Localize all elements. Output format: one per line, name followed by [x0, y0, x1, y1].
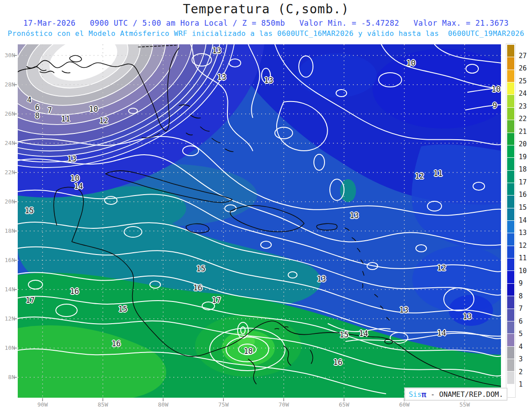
contour-value-label: 10 — [407, 59, 415, 67]
colorbar-segment — [507, 321, 514, 333]
colorbar-tick-label: 7 — [519, 305, 523, 313]
lat-axis-label: 20N — [2, 198, 15, 205]
watermark-brand: Sis — [409, 390, 422, 399]
colorbar-tick-label: 12 — [519, 242, 527, 250]
colorbar-tick-label: 22 — [519, 115, 527, 123]
lon-axis-label: 85W — [94, 401, 112, 408]
colorbar-segment — [507, 70, 514, 82]
colorbar-tick-label: 4 — [519, 343, 523, 351]
watermark-org: - ONAMET/REP.DOM. — [426, 390, 503, 399]
contour-value-label: 10 — [492, 85, 501, 94]
colorbar-tick-label: 9 — [519, 279, 523, 287]
colorbar-segment — [507, 133, 514, 145]
contour-value-label: 9 — [493, 101, 497, 110]
pi-symbol: π — [422, 390, 426, 399]
lon-axis-label: 80W — [154, 401, 172, 408]
lat-axis-label: 26N — [2, 110, 15, 117]
colorbar-segment — [507, 246, 514, 258]
colorbar-tick-label: 20 — [519, 140, 527, 148]
colorbar-segment — [507, 221, 514, 233]
lat-axis-label: 12N — [2, 315, 15, 322]
temperature-colorbar — [506, 43, 516, 398]
colorbar-segment — [507, 296, 514, 308]
weather-map-canvas — [0, 0, 532, 411]
colorbar-tick-label: 23 — [519, 102, 527, 110]
colorbar-tick-label: 14 — [519, 216, 527, 224]
colorbar-tick-label: 1 — [519, 380, 523, 388]
colorbar-segment — [507, 82, 514, 94]
colorbar-tick-label: 8 — [519, 292, 523, 300]
colorbar-segment — [507, 45, 514, 57]
contour-value-label: 16 — [333, 358, 342, 367]
colorbar-tick-label: 10 — [519, 267, 527, 275]
lat-axis-label: 8N — [2, 374, 15, 380]
contour-value-label: 11 — [434, 169, 442, 178]
contour-value-label: 13 — [399, 305, 408, 314]
contour-value-label: 13 — [350, 211, 359, 220]
contour-value-label: 15 — [25, 206, 34, 215]
colorbar-segment — [507, 120, 514, 132]
lon-axis-label: 90W — [34, 401, 51, 408]
colorbar-tick-label: 27 — [519, 52, 527, 60]
colorbar-tick-label: 3 — [519, 355, 523, 363]
contour-value-label: 10 — [70, 174, 79, 183]
colorbar-tick-label: 26 — [519, 64, 527, 72]
lat-axis-label: 16N — [2, 257, 15, 263]
lon-axis-label: 75W — [215, 401, 232, 408]
contour-value-label: 14 — [74, 182, 83, 191]
contour-value-label: 6 — [35, 103, 39, 112]
colorbar-segment — [507, 183, 514, 195]
contour-value-label: 15 — [118, 305, 127, 313]
lat-axis-label: 14N — [2, 286, 15, 293]
contour-value-label: 13 — [264, 76, 273, 85]
contour-value-label: 18 — [244, 347, 253, 356]
colorbar-segment — [507, 271, 514, 283]
colorbar-segment — [507, 57, 514, 69]
colorbar-tick-label: 5 — [519, 330, 523, 338]
colorbar-tick-label: 19 — [519, 153, 527, 161]
weather-map-page: Temperatura (C,somb.) 17-Mar-2026 0900 U… — [0, 0, 532, 411]
lon-axis-label: 70W — [275, 401, 293, 408]
contour-value-label: 16 — [70, 287, 79, 296]
contour-value-label: 17 — [26, 296, 35, 305]
contour-value-label: 4 — [27, 95, 31, 104]
lat-axis-label: 30N — [2, 52, 15, 59]
colorbar-segment — [507, 108, 514, 120]
contour-value-label: 13 — [67, 154, 76, 163]
colorbar-tick-label: 15 — [519, 204, 527, 211]
contour-value-label: 13 — [463, 312, 472, 321]
colorbar-segment — [507, 145, 514, 157]
colorbar-segment — [507, 158, 514, 170]
contour-value-label: 12 — [99, 116, 108, 125]
contour-value-label: 12 — [415, 172, 424, 180]
colorbar-tick-label: 11 — [519, 254, 527, 262]
colorbar-tick-label: 18 — [519, 165, 527, 173]
lat-axis-label: 24N — [2, 140, 15, 146]
lat-axis-label: 18N — [2, 227, 15, 234]
contour-value-label: 12 — [437, 263, 446, 272]
colorbar-segment — [507, 347, 514, 359]
colorbar-tick-label: 6 — [519, 317, 523, 325]
colorbar-tick-label: 13 — [519, 229, 527, 237]
colorbar-tick-label: 17 — [519, 178, 527, 186]
contour-value-label: 7 — [47, 106, 52, 115]
contour-value-label: 13 — [212, 46, 221, 55]
contour-value-label: 8 — [35, 111, 39, 120]
contour-value-label: 13 — [217, 73, 226, 82]
contour-value-label: 10 — [89, 105, 98, 114]
colorbar-segment — [507, 208, 514, 220]
colorbar-segment — [507, 309, 514, 321]
contour-value-label: 17 — [212, 296, 221, 305]
contour-value-label: 14 — [437, 329, 446, 337]
colorbar-segment — [507, 258, 514, 270]
colorbar-segment — [507, 196, 514, 207]
watermark-badge: Sisπ - ONAMET/REP.DOM. — [405, 388, 507, 400]
colorbar-tick-label: 21 — [519, 128, 527, 136]
colorbar-segment — [507, 95, 514, 107]
contour-value-label: 15 — [340, 330, 348, 339]
colorbar-segment — [507, 384, 514, 396]
contour-value-label: 13 — [317, 274, 326, 283]
contour-value-label: 16 — [112, 339, 121, 348]
colorbar-segment — [507, 233, 514, 245]
colorbar-tick-label: 25 — [519, 77, 527, 85]
